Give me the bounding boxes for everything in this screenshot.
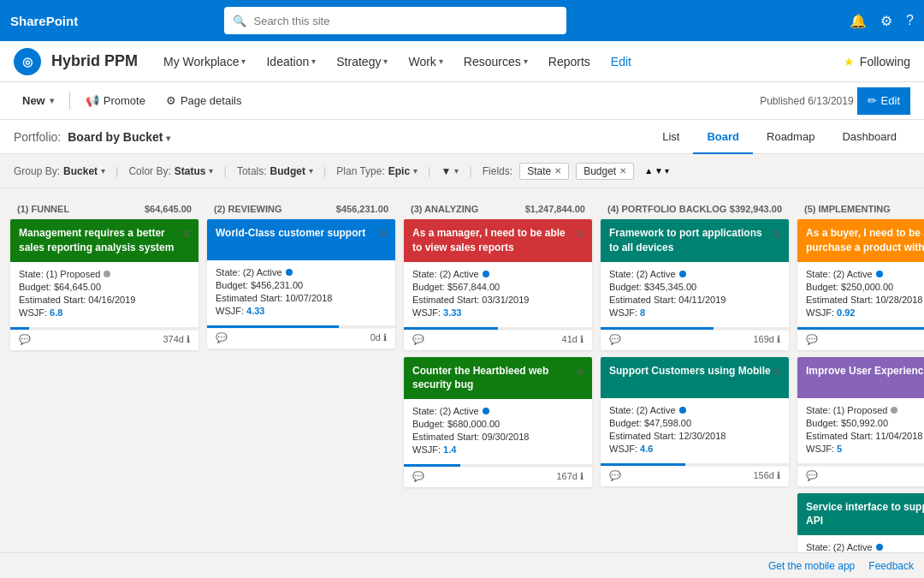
card-wsjf-field: WSJF: 3.33	[412, 307, 583, 318]
card-header: Support Customers using Mobile≡	[601, 357, 789, 398]
portfolio-view-selector[interactable]: Board by Bucket ▾	[68, 130, 170, 144]
nav-item-ideation[interactable]: Ideation ▾	[258, 41, 324, 82]
card-state-field: State: (2) Active	[412, 269, 583, 279]
status-dot	[679, 407, 686, 414]
search-input[interactable]	[253, 15, 558, 27]
start-value: 11/04/2018	[875, 431, 922, 441]
card-start-field: Estimated Start: 09/30/2018	[412, 432, 583, 442]
start-label: Estimated Start:	[412, 432, 482, 442]
card-body: State: (2) ActiveBudget: $567,844.00Esti…	[404, 262, 592, 327]
card-start-field: Estimated Start: 03/31/2019	[412, 295, 583, 305]
new-button[interactable]: New ▾	[14, 87, 62, 115]
card-budget-field: Budget: $345,345.00	[609, 282, 780, 292]
card-c6[interactable]: Support Customers using Mobile≡State: (2…	[601, 357, 789, 486]
card-wsjf-field: WSJF: 4.6	[609, 444, 780, 454]
comment-icon[interactable]: 💬	[412, 334, 424, 345]
card-menu-icon[interactable]: ≡	[577, 364, 583, 381]
nav-item-strategy[interactable]: Strategy ▾	[328, 41, 396, 82]
budget-label: Budget:	[806, 282, 841, 292]
card-c4[interactable]: Counter the Heartbleed web security bug≡…	[404, 357, 592, 488]
column-col4: (4) PORTFOLIO BACKLOG$392,943.00Framewor…	[601, 199, 789, 542]
card-c2[interactable]: World-Class customer support≡State: (2) …	[207, 219, 395, 349]
card-body: State: (2) ActiveBudget: $47,598.00Estim…	[601, 398, 789, 463]
field-tag-state-remove[interactable]: ✕	[554, 166, 561, 176]
tab-dashboard[interactable]: Dashboard	[828, 120, 910, 154]
start-label: Estimated Start:	[806, 295, 875, 305]
card-state-field: State: (2) Active	[609, 405, 780, 415]
tab-board[interactable]: Board	[693, 120, 753, 154]
card-state-field: State: (2) Active	[216, 267, 387, 277]
wsjf-label: WSJF:	[19, 307, 50, 318]
card-header: As a buyer, I need to be able to purchas…	[797, 219, 924, 262]
card-menu-icon[interactable]: ≡	[773, 226, 780, 243]
comment-icon[interactable]: 💬	[412, 471, 424, 482]
card-wsjf-field: WSJF: 5	[806, 444, 924, 454]
card-menu-icon[interactable]: ≡	[577, 226, 583, 243]
card-c3[interactable]: As a manager, I need to be able to view …	[404, 219, 592, 350]
card-c9[interactable]: Service interface to support Rest API≡St…	[797, 493, 924, 552]
column-header-col3: (3) ANALYZING$1,247,844.00	[404, 199, 592, 219]
budget-label: Budget:	[412, 419, 447, 429]
nav-label-work: Work	[408, 55, 435, 69]
field-tag-state[interactable]: State ✕	[519, 163, 569, 180]
totals-filter[interactable]: Totals: Budget ▾	[237, 165, 313, 177]
comment-icon[interactable]: 💬	[216, 332, 228, 343]
card-menu-icon[interactable]: ≡	[380, 226, 387, 243]
wsjf-label: WSJF:	[412, 307, 443, 318]
arrow-up-icon[interactable]: ▲	[644, 166, 653, 176]
arrow-down-icon[interactable]: ▼	[654, 166, 663, 176]
fields-arrows[interactable]: ▲ ▼ ▾	[644, 166, 669, 176]
state-label: State:	[19, 269, 46, 279]
settings-icon[interactable]: ⚙	[880, 13, 892, 29]
card-budget-field: Budget: $680,000.00	[412, 419, 583, 429]
promote-label: Promote	[104, 94, 145, 107]
card-c7[interactable]: As a buyer, I need to be able to purchas…	[797, 219, 924, 350]
color-by-filter[interactable]: Color By: Status ▾	[128, 165, 213, 177]
notification-icon[interactable]: 🔔	[850, 13, 867, 29]
chevron-down-icon: ▾	[454, 166, 459, 176]
card-c8[interactable]: Improve User Experience≡State: (1) Propo…	[797, 357, 924, 486]
filter-icon-button[interactable]: ▼ ▾	[441, 165, 459, 177]
plan-type-filter[interactable]: Plan Type: Epic ▾	[336, 165, 418, 177]
card-menu-icon[interactable]: ≡	[183, 226, 190, 243]
card-c5[interactable]: Framework to port applications to all de…	[601, 219, 789, 350]
nav-item-reports[interactable]: Reports	[540, 41, 599, 82]
page-details-button[interactable]: ⚙ Page details	[157, 87, 251, 115]
chevron-down-icon[interactable]: ▾	[665, 166, 669, 176]
budget-value: $250,000.00	[841, 282, 893, 292]
card-days: 0d ℹ	[370, 332, 387, 343]
nav-item-resources[interactable]: Resources ▾	[455, 41, 536, 82]
nav-item-edit[interactable]: Edit	[602, 41, 640, 82]
following-button[interactable]: ★ Following	[844, 55, 910, 69]
tab-list[interactable]: List	[649, 120, 693, 154]
comment-icon[interactable]: 💬	[806, 470, 818, 481]
tab-roadmap[interactable]: Roadmap	[753, 120, 828, 154]
portfolio-label: Portfolio:	[14, 130, 61, 144]
separator: |	[116, 164, 118, 177]
group-by-filter[interactable]: Group By: Bucket ▾	[14, 165, 105, 177]
column-header-col1: (1) FUNNEL$64,645.00	[10, 199, 198, 219]
column-col1: (1) FUNNEL$64,645.00Management requires …	[10, 199, 198, 542]
field-tag-budget-remove[interactable]: ✕	[619, 166, 626, 176]
nav-item-work[interactable]: Work ▾	[400, 41, 451, 82]
chevron-down-icon: ▾	[311, 57, 316, 66]
edit-button[interactable]: ✏ Edit	[857, 87, 910, 115]
promote-button[interactable]: 📢 Promote	[77, 87, 154, 115]
search-box[interactable]: 🔍	[224, 7, 566, 34]
comment-icon[interactable]: 💬	[19, 334, 31, 345]
column-amount: $456,231.00	[336, 204, 388, 214]
card-footer: 💬0d ℹ	[207, 328, 395, 349]
nav-item-workplace[interactable]: My Workplace ▾	[155, 41, 254, 82]
state-value: (2) Active	[833, 542, 873, 552]
budget-label: Budget:	[806, 418, 841, 428]
fields-filter[interactable]: Fields:	[483, 165, 512, 177]
help-icon[interactable]: ?	[906, 13, 914, 28]
card-c1[interactable]: Management requires a better sales repor…	[10, 219, 198, 350]
comment-icon[interactable]: 💬	[609, 470, 621, 481]
status-dot	[876, 544, 883, 551]
card-menu-icon[interactable]: ≡	[773, 364, 780, 381]
comment-icon[interactable]: 💬	[806, 334, 818, 345]
comment-icon[interactable]: 💬	[609, 334, 621, 345]
field-tag-budget[interactable]: Budget ✕	[576, 163, 634, 180]
budget-value: $47,598.00	[644, 418, 691, 428]
